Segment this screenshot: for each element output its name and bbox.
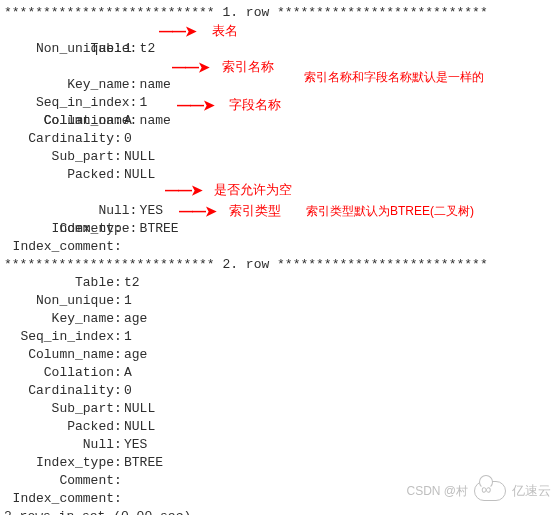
label-index-comment: Index_comment (4, 490, 114, 508)
value-row1-non-unique: 1 (124, 40, 132, 58)
arrow-icon: ——➤ (172, 58, 209, 76)
value-row2-index-type: BTREE (124, 454, 163, 472)
label-table: Table (4, 274, 114, 292)
label-non-unique: Non_unique (4, 40, 114, 58)
value-row1-cardinality: 0 (124, 130, 132, 148)
value-row2-seq: 1 (124, 328, 132, 346)
label-index-comment: Index_comment (4, 238, 114, 256)
watermark: CSDN @村 亿速云 (406, 481, 551, 501)
annot-index-name: 索引名称 (222, 58, 274, 76)
label-cardinality: Cardinality (4, 382, 114, 400)
value-row2-key-name: age (124, 310, 147, 328)
value-row2-sub-part: NULL (124, 400, 155, 418)
label-comment: Comment (4, 472, 114, 490)
label-collation: Collation (4, 364, 114, 382)
value-row2-table: t2 (124, 274, 140, 292)
value-row2-column-name: age (124, 346, 147, 364)
value-row1-collation: A (124, 112, 132, 130)
row-header-2: *************************** 2. row *****… (4, 256, 553, 274)
row1-table: Table:t2 ——➤ 表名 (4, 22, 553, 40)
label-null: Null (4, 436, 114, 454)
row-header-1: *************************** 1. row *****… (4, 4, 553, 22)
value-row2-collation: A (124, 364, 132, 382)
annot-index-type-note: 索引类型默认为BTREE(二叉树) (306, 202, 474, 220)
value-row2-cardinality: 0 (124, 382, 132, 400)
value-row2-non-unique: 1 (124, 292, 132, 310)
watermark-brand: 亿速云 (512, 482, 551, 500)
annot-index-type: 索引类型 (229, 202, 281, 220)
annot-allow-null: 是否允许为空 (214, 181, 292, 199)
label-index-type: Index_type (4, 454, 114, 472)
label-cardinality: Cardinality (4, 130, 114, 148)
label-column-name: Column_name (4, 346, 114, 364)
annot-index-field-note: 索引名称和字段名称默认是一样的 (304, 68, 484, 86)
annot-table-name: 表名 (212, 22, 238, 40)
label-comment: Comment (4, 220, 114, 238)
label-key-name: Key_name (4, 310, 114, 328)
label-collation: Collation (4, 112, 114, 130)
value-row1-sub-part: NULL (124, 148, 155, 166)
arrow-icon: ——➤ (179, 202, 216, 220)
arrow-icon: ——➤ (165, 181, 202, 199)
watermark-csdn: CSDN @村 (406, 482, 468, 500)
label-seq-in-index: Seq_in_index (4, 328, 114, 346)
label-packed: Packed (4, 418, 114, 436)
value-row2-null: YES (124, 436, 147, 454)
label-non-unique: Non_unique (4, 292, 114, 310)
value-row2-packed: NULL (124, 418, 155, 436)
arrow-icon: ——➤ (159, 22, 196, 40)
footer-summary: 2 rows in set (0.00 sec) (4, 508, 553, 515)
label-sub-part: Sub_part (4, 148, 114, 166)
label-sub-part: Sub_part (4, 400, 114, 418)
cloud-icon (474, 481, 506, 501)
value-row1-packed: NULL (124, 166, 155, 184)
label-packed: Packed (4, 166, 114, 184)
